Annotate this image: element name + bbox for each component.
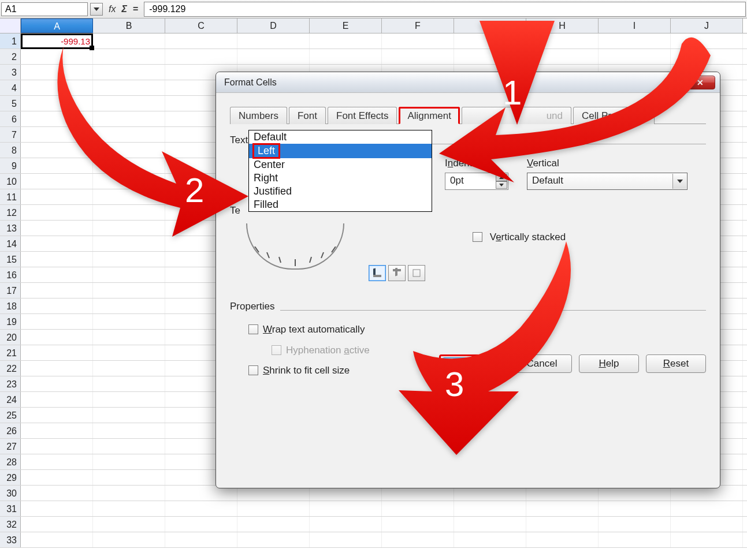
cell[interactable] (21, 298, 93, 313)
cell[interactable] (93, 189, 165, 204)
cell[interactable] (93, 517, 165, 532)
column-header-F[interactable]: F (382, 18, 454, 33)
cell[interactable] (21, 267, 93, 282)
equals-icon[interactable]: = (133, 4, 138, 14)
cell[interactable] (454, 33, 526, 48)
cell[interactable] (93, 439, 165, 454)
cell[interactable] (237, 33, 310, 48)
row-header[interactable]: 10 (0, 174, 21, 189)
column-header-A[interactable]: A (21, 18, 93, 33)
close-button[interactable]: ✕ (685, 76, 715, 89)
cell[interactable] (671, 501, 743, 516)
cell[interactable] (310, 49, 382, 64)
tab-numbers[interactable]: Numbers (230, 107, 287, 124)
spin-up-icon[interactable] (496, 174, 507, 181)
cell[interactable] (93, 65, 165, 80)
cell[interactable] (382, 33, 454, 48)
cell[interactable] (93, 345, 165, 360)
cell[interactable] (93, 376, 165, 391)
row-header[interactable]: 28 (0, 454, 21, 469)
cell[interactable] (599, 501, 671, 516)
spin-down-icon[interactable] (496, 181, 507, 189)
cell[interactable] (21, 283, 93, 298)
row-header[interactable]: 15 (0, 252, 21, 267)
row-header[interactable]: 21 (0, 345, 21, 360)
cell[interactable] (93, 127, 165, 142)
ok-button[interactable]: OK (442, 357, 502, 376)
cell[interactable] (93, 252, 165, 267)
cell[interactable] (21, 392, 93, 407)
column-header-J[interactable]: J (671, 18, 743, 33)
vertical-combo[interactable]: Default (527, 173, 687, 190)
cell[interactable] (93, 111, 165, 126)
row-header[interactable]: 11 (0, 189, 21, 204)
sigma-icon[interactable]: Σ (121, 4, 127, 14)
cell[interactable] (93, 49, 165, 64)
cell[interactable] (21, 345, 93, 360)
cell[interactable] (310, 501, 382, 516)
cell[interactable] (21, 236, 93, 251)
row-header[interactable]: 2 (0, 49, 21, 64)
cell[interactable] (21, 111, 93, 126)
cell[interactable] (526, 517, 599, 532)
shrink-checkbox[interactable] (248, 365, 258, 375)
cell[interactable] (671, 517, 743, 532)
ref-edge-1[interactable] (369, 265, 386, 281)
name-box[interactable]: A1 (1, 2, 88, 16)
cell[interactable] (21, 65, 93, 80)
ref-edge-2[interactable] (388, 265, 406, 281)
column-header-H[interactable]: H (526, 18, 599, 33)
column-header-E[interactable]: E (310, 18, 382, 33)
row-header[interactable]: 29 (0, 470, 21, 485)
cell[interactable] (671, 49, 743, 64)
cell[interactable] (21, 80, 93, 95)
option-right[interactable]: Right (249, 171, 432, 185)
cell[interactable] (93, 267, 165, 282)
row-header[interactable]: 22 (0, 361, 21, 376)
cell[interactable] (310, 33, 382, 48)
row-header[interactable]: 7 (0, 127, 21, 142)
cell[interactable] (21, 470, 93, 485)
select-all-corner[interactable] (0, 18, 21, 33)
cell[interactable] (599, 33, 671, 48)
tab-font[interactable]: Font (289, 107, 326, 124)
cell[interactable] (21, 330, 93, 345)
row-header[interactable]: 9 (0, 158, 21, 173)
cell[interactable] (93, 158, 165, 173)
cell[interactable] (21, 96, 93, 111)
cell[interactable] (93, 470, 165, 485)
cell[interactable] (93, 33, 165, 48)
option-left[interactable]: Left (249, 144, 432, 158)
cell[interactable] (21, 252, 93, 267)
tab-obscured[interactable]: und (462, 107, 571, 124)
indent-spinner[interactable]: 0pt (445, 173, 508, 190)
row-header[interactable]: 13 (0, 221, 21, 236)
cell[interactable] (526, 501, 599, 516)
cell[interactable] (93, 532, 165, 547)
cell[interactable] (237, 532, 310, 547)
cell[interactable] (21, 408, 93, 423)
wrap-checkbox[interactable] (248, 324, 258, 334)
cell[interactable] (21, 423, 93, 438)
cell[interactable] (21, 501, 93, 516)
cell[interactable] (21, 439, 93, 454)
cell[interactable] (21, 454, 93, 469)
cell[interactable] (165, 532, 237, 547)
option-center[interactable]: Center (249, 158, 432, 171)
cell[interactable] (599, 49, 671, 64)
cell[interactable] (671, 33, 743, 48)
cell[interactable] (21, 49, 93, 64)
fx-icon[interactable]: fx (109, 4, 116, 14)
row-header[interactable]: 17 (0, 283, 21, 298)
row-header[interactable]: 14 (0, 236, 21, 251)
column-header-C[interactable]: C (165, 18, 237, 33)
option-filled[interactable]: Filled (249, 198, 432, 211)
cell[interactable] (93, 330, 165, 345)
cell[interactable] (165, 517, 237, 532)
column-header-B[interactable]: B (93, 18, 165, 33)
column-header-I[interactable]: I (599, 18, 671, 33)
row-header[interactable]: 32 (0, 517, 21, 532)
tab-alignment[interactable]: Alignment (399, 107, 460, 124)
cell[interactable] (165, 49, 237, 64)
column-header-G[interactable]: G (454, 18, 526, 33)
